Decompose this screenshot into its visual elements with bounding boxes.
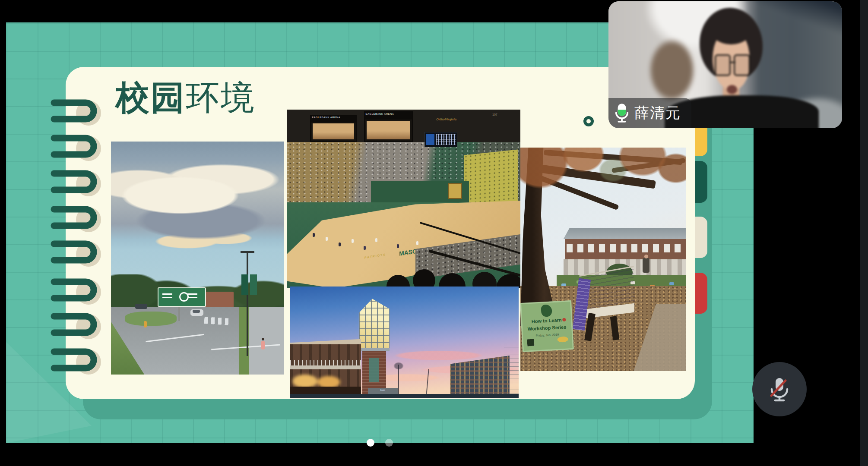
bench-leaf-canopy — [520, 148, 686, 242]
road-pedestrian — [261, 341, 265, 350]
qr-code-icon — [527, 339, 534, 346]
bench-painted-bench — [580, 271, 634, 340]
microphone-muted-icon — [766, 375, 793, 403]
tab-green — [695, 161, 707, 203]
microphone-level-icon — [615, 103, 629, 123]
decor-circle-icon — [583, 116, 594, 126]
spiral-binding-icon — [43, 91, 104, 375]
tab-red — [695, 273, 707, 314]
slide-title-bold: 校园 — [116, 79, 186, 116]
participant-name-tag: 薛清元 — [608, 98, 691, 128]
bench-workshop-sign: How to Learn Workshop Series Friday, Jan… — [520, 300, 574, 352]
photo-campus-road — [111, 142, 284, 375]
window-edge-strip — [860, 0, 868, 466]
arena-scoreboard — [424, 132, 457, 147]
dusk-glass-lantern — [359, 299, 390, 350]
slide-title: 校园环境 — [116, 79, 256, 116]
photo-basketball-arena: EAGLEBANK ARENA EAGLEBANK ARENA OrthoVir… — [287, 110, 520, 288]
photo-autumn-bench: How to Learn Workshop Series Friday, Jan… — [520, 148, 686, 371]
bench-person — [643, 258, 649, 273]
slide-title-rest: 环境 — [186, 79, 256, 116]
arena-spectator-silhouettes — [287, 110, 302, 125]
road-direction-sign — [158, 287, 206, 307]
participant-name: 薛清元 — [634, 103, 681, 123]
app-root: 校园环境 EAGLEBANK ARENA — [0, 0, 868, 466]
photo-dusk-tower: Hub — [290, 287, 519, 398]
pagination-dot-inactive — [385, 439, 393, 447]
arena-video-board: EAGLEBANK ARENA — [310, 115, 357, 142]
glasses-icon — [715, 54, 731, 76]
tab-cream — [695, 217, 707, 258]
mute-button[interactable] — [752, 362, 807, 416]
arena-video-board: EAGLEBANK ARENA — [364, 111, 413, 142]
pagination-dot-active — [367, 439, 374, 447]
road-lamp-post — [247, 251, 248, 356]
road-car — [190, 309, 203, 316]
